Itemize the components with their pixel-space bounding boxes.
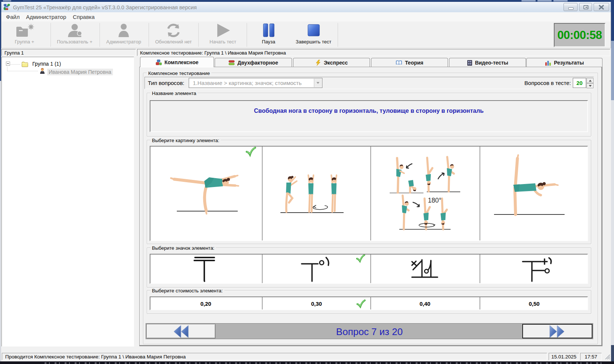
svg-text:180°: 180° [428,197,441,204]
svg-text:Test: Test [5,6,8,8]
